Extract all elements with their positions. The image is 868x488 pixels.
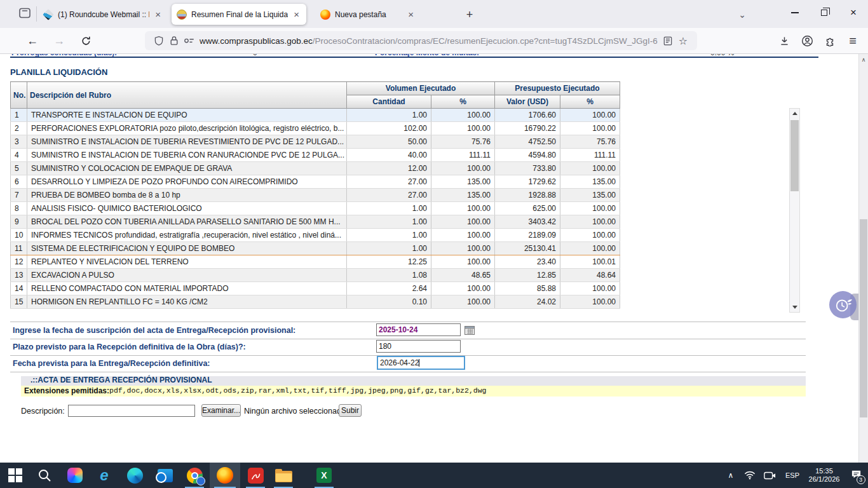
bookmark-star-icon[interactable]: ☆ [675,33,691,48]
extensions-button[interactable] [820,32,840,50]
forward-button[interactable]: → [50,32,69,50]
tray-network[interactable] [741,463,759,488]
url-bar[interactable]: www.compraspublicas.gob.ec/ProcesoContra… [145,31,697,50]
firefox-view-icon [18,7,31,22]
table-row[interactable]: 5SUMINISTRO Y COLOCACION DE EMPAQUE DE G… [11,162,620,175]
permissions-icon[interactable] [182,33,197,48]
table-row[interactable]: 10INFORMES TECNICOS profundidad, estrati… [11,229,620,242]
taskbar-acrobat[interactable] [241,463,269,488]
table-scrollbar-thumb[interactable] [790,120,799,191]
tray-meet-now[interactable] [760,463,779,488]
tab-close-icon[interactable]: × [292,9,301,20]
shield-icon[interactable] [151,33,166,48]
page-scroll-up-button[interactable]: ∧ [859,55,868,64]
window-close-button[interactable]: × [839,0,868,25]
calendar-icon[interactable] [465,326,475,335]
start-button[interactable] [1,463,29,488]
tray-clock[interactable]: 15:3526/1/2026 [803,463,845,488]
table-row[interactable]: 9BROCAL DEL POZO CON TUBERIA ANILLADA PA… [11,215,620,229]
menu-button[interactable]: ≡ [843,32,863,50]
notification-count-badge: 3 [857,475,865,484]
table-cell: 135.00 [560,175,620,189]
plazo-dias-input[interactable]: 180 [376,340,461,353]
tab-roundcube[interactable]: (1) Roundcube Webmail :: Entra × [38,4,168,25]
tab-title: (1) Roundcube Webmail :: Entra [58,10,149,19]
subir-button[interactable]: Subir [339,404,362,417]
table-row[interactable]: 3SUMINISTRO E INSTALACION DE TUBERIA REV… [11,135,620,149]
firefox-view-button[interactable] [15,6,34,22]
table-cell: 50.00 [347,135,431,149]
table-row[interactable]: 11SISTEMA DE ELECTRIFICACION Y EQUIPO DE… [11,242,620,255]
reload-button[interactable] [76,32,95,50]
table-cell: SISTEMA DE ELECTRIFICACION Y EQUIPO DE B… [27,242,347,255]
fecha-definitiva-value: 2026-04-22 [380,358,419,367]
taskbar-chrome[interactable] [180,463,208,488]
table-row[interactable]: 13EXCAVACION A PULSO1.0848.6512.8548.64 [11,269,620,282]
lock-icon[interactable] [166,33,182,48]
table-cell: 9 [11,215,27,229]
tray-show-hidden-icons[interactable]: ∧ [722,463,740,488]
edge-icon [127,468,143,484]
list-all-tabs-button[interactable]: ⌄ [734,6,750,23]
table-row[interactable]: 7PRUEBA DE BOMBEO bomba de 8 a 10 hp27.0… [11,189,620,202]
new-tab-button[interactable]: + [461,6,478,23]
plazo-dias-label: Plazo previsto para la Recepción definit… [13,342,246,351]
fecha-provisional-label: Ingrese la fecha de suscripción del acta… [13,326,295,335]
reader-mode-icon[interactable] [660,33,675,48]
table-cell: ANALISIS FISICO- QUIMICO BACTERIOLOGICO [27,202,347,215]
file-explorer-icon [275,469,292,482]
table-cell: SUMINISTRO E INSTALACION DE TUBERIA CON … [27,149,347,162]
url-text[interactable]: www.compraspublicas.gob.ec/ProcesoContra… [200,36,660,46]
window-restore-button[interactable] [810,0,839,25]
table-cell: 100.00 [431,162,495,175]
table-cell: 1.00 [347,242,431,255]
taskbar-internet-explorer[interactable]: e [90,463,118,488]
account-button[interactable] [797,32,817,50]
table-row[interactable]: 14RELLENO COMPACTADO CON MATERIAL IMPORT… [11,282,620,295]
descripcion-input[interactable] [68,405,195,417]
window-minimize-button[interactable] [780,0,810,25]
tray-notifications[interactable]: 3 [846,463,865,488]
table-row[interactable]: 4SUMINISTRO E INSTALACION DE TUBERIA CON… [11,149,620,162]
search-button[interactable] [31,463,58,488]
tab-close-icon[interactable]: × [406,9,416,20]
page-scrollbar-thumb[interactable] [860,219,867,417]
acta-section-title: .::ACTA DE ENTREGA RECEPCIÓN PROVISIONAL [31,376,212,384]
tray-language[interactable]: ESP [782,463,803,488]
notification-icon: 3 [851,470,862,482]
taskbar-excel[interactable]: X [310,463,338,488]
taskbar-edge[interactable] [121,463,149,488]
table-cell: 100.00 [431,109,495,122]
tab-close-icon[interactable]: × [153,9,163,20]
taskbar-outlook[interactable] [151,463,179,488]
table-scrollbar[interactable] [789,108,800,313]
fecha-provisional-input[interactable]: 2025-10-24 [376,323,461,336]
text-caret [419,359,419,367]
col-no: No. [11,82,27,109]
table-cell: 4594.80 [495,149,560,162]
table-cell: 12.25 [347,255,431,269]
tab-nueva-pestana[interactable]: Nueva pestaña × [315,4,421,25]
examinar-button[interactable]: Examinar... [201,404,241,417]
col-group-presupuesto: Presupuesto Ejecutado [495,82,620,95]
time-tracker-widget[interactable] [829,291,857,318]
table-scroll-down-button[interactable] [790,302,799,312]
table-row[interactable]: 12REPLANTEO Y NIVELACION DEL TERRENO12.2… [11,255,620,269]
table-cell: 100.00 [560,282,620,295]
downloads-button[interactable] [774,32,794,50]
tab-resumen-liquidacion[interactable]: Resumen Final de la Liquidación × [172,4,306,25]
table-row[interactable]: 2PERFORACIONES EXPLORATORIA pozo piloto,… [11,122,620,135]
taskbar-copilot[interactable] [61,463,89,488]
taskbar-firefox[interactable] [210,463,240,488]
table-cell: 100.00 [431,229,495,242]
table-row[interactable]: 15HORMIGON EN REPLANTILLO FC = 140 KG /C… [11,295,620,309]
table-scroll-up-button[interactable] [790,109,799,118]
fecha-definitiva-input[interactable]: 2026-04-22 [377,356,465,370]
page-scrollbar[interactable]: ∧ [858,54,868,463]
table-row[interactable]: 1TRANSPORTE E INSTALACION DE EQUIPO1.001… [11,109,620,122]
taskbar-file-explorer[interactable] [269,463,297,488]
table-row[interactable]: 8ANALISIS FISICO- QUIMICO BACTERIOLOGICO… [11,202,620,215]
back-button[interactable]: ← [23,32,42,50]
table-row[interactable]: 6DESARROLLO Y LIMPIEZA DE POZO PROFUNDO … [11,175,620,189]
table-cell: INFORMES TECNICOS profundidad, estratigr… [27,229,347,242]
